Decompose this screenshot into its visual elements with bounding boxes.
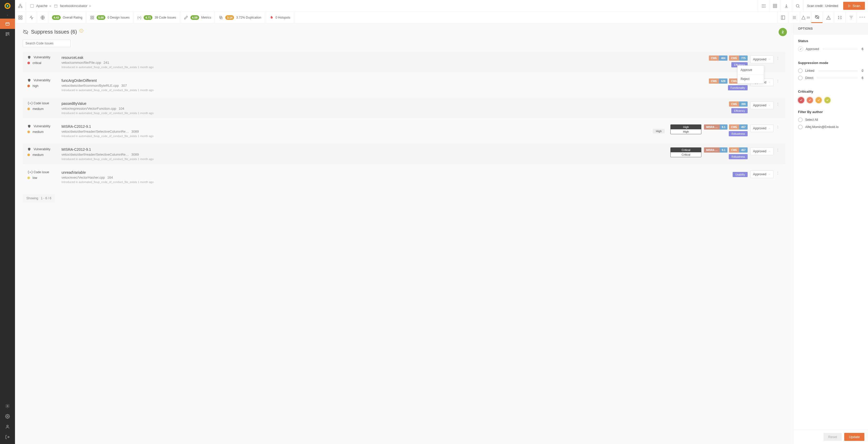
- shield-icon: [27, 78, 31, 82]
- globe-icon[interactable]: [37, 12, 48, 23]
- expand-rail-icon[interactable]: [0, 12, 15, 19]
- issue-row[interactable]: Vulnerability medium MISRA-C2012-9.1 vel…: [23, 121, 785, 141]
- svg-rect-4: [6, 33, 7, 34]
- view-more-icon[interactable]: •••: [857, 12, 868, 23]
- category-pill: Efficiency: [731, 108, 748, 113]
- svg-rect-40: [781, 16, 785, 20]
- row-more-icon[interactable]: ⋮: [776, 56, 781, 60]
- breadcrumb: Apache ▶ facebookincubator ▶: [28, 4, 91, 8]
- info-icon[interactable]: i: [80, 29, 83, 33]
- grid-view-icon[interactable]: [758, 0, 769, 12]
- svg-point-9: [7, 425, 8, 427]
- cwe-chip: CWE457: [729, 125, 748, 130]
- rail-gear-icon[interactable]: [5, 414, 10, 419]
- options-panel: OPTIONS Status Approved 6 Suppression mo…: [793, 23, 868, 444]
- author-select-all[interactable]: Select All: [798, 117, 863, 122]
- issue-row[interactable]: Vulnerability critical resourceLeak velo…: [23, 52, 785, 72]
- svg-point-15: [762, 4, 763, 5]
- search-input[interactable]: [23, 39, 70, 47]
- view-filter-icon[interactable]: [845, 12, 857, 23]
- status-select[interactable]: Approved: [750, 56, 773, 63]
- view-alert-icon[interactable]: [823, 12, 834, 23]
- row-more-icon[interactable]: ⋮: [776, 102, 781, 106]
- rail-item-suppress[interactable]: [0, 19, 15, 29]
- metric-design[interactable]: 5.000 Design Issues: [86, 12, 133, 23]
- status-select[interactable]: Approved: [750, 125, 773, 132]
- view-compare-icon[interactable]: [834, 12, 845, 23]
- row-more-icon[interactable]: ⋮: [776, 148, 781, 152]
- breadcrumb-level1[interactable]: Apache: [36, 4, 48, 8]
- chevron-right-icon: ▶: [50, 4, 52, 7]
- dropdown-approve[interactable]: Approve: [738, 66, 764, 74]
- copy-icon: [219, 15, 223, 20]
- issue-path: velox/dwio/dwrf/reader/SelectiveColumnRe…: [61, 130, 647, 133]
- view-warnings-icon[interactable]: 39: [800, 12, 811, 23]
- notification-badge[interactable]: 2: [779, 28, 787, 36]
- issue-introduced: Introduced in automated_fixup_code_of_co…: [61, 89, 703, 92]
- criticality-medium[interactable]: [815, 97, 822, 103]
- criticality-low[interactable]: [824, 97, 831, 103]
- view-suppress-icon[interactable]: [811, 12, 823, 23]
- status-approved-filter[interactable]: Approved 6: [798, 46, 863, 52]
- metric-metrics[interactable]: 4.58Metrics: [180, 12, 215, 23]
- scan-button[interactable]: Scan: [843, 2, 865, 10]
- update-button[interactable]: Update: [844, 433, 864, 441]
- rail-settings-icon[interactable]: [5, 404, 10, 408]
- code-icon: {×}: [27, 170, 31, 174]
- svg-rect-14: [55, 4, 57, 7]
- svg-point-2: [7, 5, 8, 7]
- issue-row[interactable]: Vulnerability high funcArgOrderDifferent…: [23, 75, 785, 95]
- reset-button[interactable]: Reset: [824, 433, 842, 441]
- view-layout-icon[interactable]: [777, 12, 788, 23]
- page-title: Suppress Issues (6) i: [23, 29, 785, 35]
- criticality-high[interactable]: [807, 97, 813, 103]
- issue-introduced: Introduced in automated_fixup_code_of_co…: [61, 180, 727, 183]
- issue-name: passedByValue: [61, 101, 723, 106]
- hierarchy-icon[interactable]: [18, 2, 26, 10]
- rail-bottom-group: [0, 404, 15, 444]
- metric-code[interactable]: {×}4.7139 Code Issues: [133, 12, 180, 23]
- svg-point-8: [7, 416, 8, 417]
- metric-overall[interactable]: 4.43Overall Rating: [48, 12, 86, 23]
- rail-item-scan[interactable]: [0, 29, 15, 39]
- cwe-chip: CWE404: [709, 56, 727, 61]
- suppression-linked[interactable]: Linked 0: [798, 68, 863, 73]
- activity-icon[interactable]: [26, 12, 37, 23]
- svg-rect-13: [30, 4, 34, 7]
- svg-point-18: [762, 6, 763, 6]
- download-icon[interactable]: [780, 0, 792, 12]
- metrics-bar: 4.43Overall Rating 5.000 Design Issues {…: [15, 12, 868, 23]
- severity-dot: [27, 131, 30, 133]
- dashboard-icon[interactable]: [15, 12, 26, 23]
- metric-hotspots[interactable]: 0 Hotspots: [265, 12, 294, 23]
- svg-rect-32: [21, 18, 22, 19]
- issue-row[interactable]: Vulnerability medium MISRA-C2012-9.1 vel…: [23, 144, 785, 164]
- status-select[interactable]: Approved: [750, 147, 773, 155]
- author-1[interactable]: Alfej.Momin@Embold.Io: [798, 125, 863, 129]
- pencil-icon: [184, 15, 188, 20]
- svg-rect-30: [21, 16, 22, 17]
- row-more-icon[interactable]: ⋮: [776, 79, 781, 83]
- criticality-critical[interactable]: [798, 97, 804, 103]
- rail-user-icon[interactable]: [5, 424, 10, 429]
- suppression-direct[interactable]: Direct 6: [798, 76, 863, 80]
- search-icon[interactable]: [792, 0, 803, 12]
- issue-row[interactable]: {×}Code issue low unreadVariable velox/e…: [23, 167, 785, 187]
- status-select[interactable]: Approved: [750, 101, 773, 109]
- issue-row[interactable]: {×}Code issue medium passedByValue velox…: [23, 98, 785, 118]
- row-more-icon[interactable]: ⋮: [776, 125, 781, 129]
- dropdown-reject[interactable]: Reject: [738, 74, 764, 83]
- options-suppression-group: Suppression mode Linked 0 Direct 6: [798, 61, 863, 83]
- breadcrumb-level2[interactable]: facebookincubator: [60, 4, 87, 8]
- chevron-right-icon: ▶: [89, 4, 91, 7]
- apps-icon[interactable]: [769, 0, 780, 12]
- row-more-icon[interactable]: ⋮: [776, 171, 781, 175]
- rail-logout-icon[interactable]: [5, 435, 10, 439]
- options-heading: OPTIONS: [793, 23, 868, 34]
- svg-point-28: [796, 4, 799, 7]
- metric-duplication[interactable]: 3.143.72% Duplication: [215, 12, 265, 23]
- view-list-icon[interactable]: [788, 12, 800, 23]
- left-nav-rail: [0, 0, 15, 444]
- category-pill: Usability: [733, 172, 748, 177]
- status-select[interactable]: Approved: [750, 170, 773, 178]
